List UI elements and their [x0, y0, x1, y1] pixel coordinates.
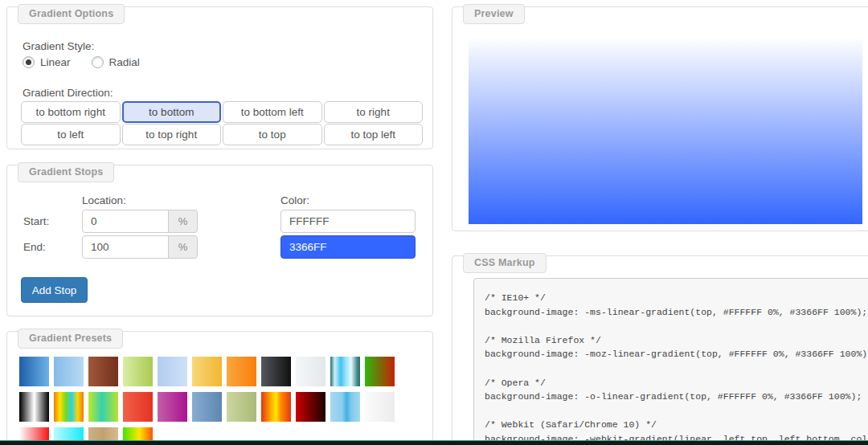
preset-swatch-fire[interactable]: [261, 392, 291, 422]
preview-panel: Preview: [452, 6, 868, 231]
direction-button-to-bottom-right[interactable]: to bottom right: [21, 101, 121, 123]
color-column-label: Color:: [280, 194, 309, 206]
direction-button-to-bottom[interactable]: to bottom: [122, 101, 222, 123]
radio-unselected-icon: [92, 56, 104, 68]
direction-button-to-right[interactable]: to right: [324, 101, 424, 123]
gradient-direction-label: Gradient Direction:: [23, 87, 113, 99]
preset-swatch-steel-blue[interactable]: [192, 392, 222, 422]
gradient-style-radio-linear[interactable]: Linear: [23, 56, 71, 68]
gradient-stops-body: Location: Color: Add Stop Start:%End:%: [7, 165, 432, 316]
radio-label: Radial: [109, 56, 140, 68]
preset-swatch-lime[interactable]: [123, 357, 153, 386]
css-code-block: /* IE10+ */ background-image: -ms-linear…: [473, 278, 868, 445]
percent-addon: %: [168, 210, 198, 233]
color-input-end[interactable]: [280, 235, 416, 259]
direction-button-to-bottom-left[interactable]: to bottom left: [223, 101, 322, 123]
location-input-start[interactable]: [82, 210, 169, 233]
gradient-style-label: Gradient Style:: [23, 40, 94, 52]
gradient-stops-panel: Gradient Stops Location: Color: Add Stop…: [6, 165, 433, 316]
stop-row-label-end: End:: [23, 241, 46, 253]
preset-swatch-gold[interactable]: [192, 357, 222, 386]
gradient-style-radio-group: LinearRadial: [23, 56, 140, 68]
preset-swatch-brown[interactable]: [88, 357, 118, 386]
preset-swatch-tomato[interactable]: [123, 392, 153, 422]
preset-swatch-lime-cyan[interactable]: [88, 392, 118, 422]
preset-swatch-cyan-stripes[interactable]: [330, 357, 360, 386]
add-stop-button[interactable]: Add Stop: [21, 277, 88, 303]
gradient-direction-button-group: to bottom rightto bottomto bottom leftto…: [21, 101, 423, 145]
preset-swatch-light-blue[interactable]: [54, 357, 84, 386]
gradient-options-panel: Gradient Options Gradient Style: LinearR…: [6, 6, 433, 149]
preset-row: [19, 392, 395, 422]
preset-swatch-orange[interactable]: [227, 357, 256, 386]
preset-swatch-white[interactable]: [296, 357, 326, 386]
location-column-label: Location:: [82, 194, 126, 206]
location-input-end[interactable]: [82, 235, 169, 259]
panel-title-preview: Preview: [463, 4, 525, 24]
preset-row: [19, 357, 395, 386]
preset-swatch-blue-band[interactable]: [330, 392, 360, 422]
preset-swatch-rainbow[interactable]: [54, 392, 84, 422]
direction-button-to-top-left[interactable]: to top left: [324, 124, 424, 145]
preset-swatch-black[interactable]: [261, 357, 291, 386]
panel-title-css-markup: CSS Markup: [463, 253, 547, 273]
direction-button-to-top-right[interactable]: to top right: [122, 124, 222, 145]
radio-selected-icon: [23, 56, 35, 68]
color-input-start[interactable]: [280, 210, 416, 233]
window-bottom-edge: [0, 440, 868, 445]
preset-swatch-steel-light[interactable]: [158, 357, 187, 386]
panel-title-gradient-options: Gradient Options: [18, 4, 125, 24]
preset-swatch-dark-red[interactable]: [296, 392, 326, 422]
gradient-preview-area: [469, 37, 862, 224]
gradient-style-radio-radial[interactable]: Radial: [92, 56, 140, 68]
preset-swatch-blue[interactable]: [19, 357, 49, 386]
css-code-text: /* IE10+ */ background-image: -ms-linear…: [485, 291, 868, 445]
preset-swatch-grid: [19, 357, 395, 445]
gradient-generator-page: Gradient Options Gradient Style: LinearR…: [0, 0, 868, 445]
radio-label: Linear: [40, 56, 71, 68]
direction-button-to-top[interactable]: to top: [223, 124, 322, 145]
preset-swatch-sage[interactable]: [227, 392, 256, 422]
preset-swatch-magenta[interactable]: [158, 392, 187, 422]
direction-button-to-left[interactable]: to left: [21, 124, 121, 145]
preset-swatch-black-white-black[interactable]: [19, 392, 49, 422]
preset-swatch-near-white[interactable]: [365, 392, 395, 422]
preset-swatch-green-red[interactable]: [365, 357, 395, 386]
percent-addon: %: [168, 235, 198, 259]
gradient-presets-panel: Gradient Presets: [6, 331, 433, 445]
css-markup-panel: CSS Markup /* IE10+ */ background-image:…: [452, 255, 868, 445]
panel-title-gradient-presets: Gradient Presets: [18, 329, 123, 349]
stop-row-label-start: Start:: [23, 215, 49, 227]
